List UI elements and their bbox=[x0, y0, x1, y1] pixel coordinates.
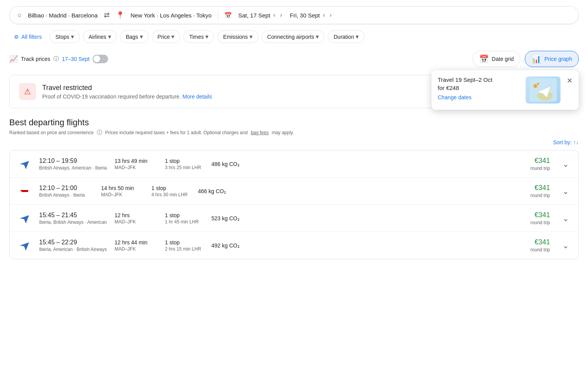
emissions-filter-button[interactable]: Emissions ▾ bbox=[217, 30, 258, 43]
price-amount: €341 bbox=[530, 238, 550, 246]
date-end-prev[interactable]: ‹ bbox=[322, 11, 327, 19]
origin-text[interactable]: Bilbao · Madrid · Barcelona bbox=[28, 12, 98, 19]
all-filters-button[interactable]: ⚙ All filters bbox=[9, 31, 46, 42]
flight-times: 15:45 – 21:45 Iberia, British Airways · … bbox=[39, 212, 107, 225]
travel-restricted-description: Proof of COVID-19 vaccination required b… bbox=[42, 93, 212, 100]
svg-point-3 bbox=[537, 83, 539, 85]
duration-label: Duration bbox=[334, 34, 354, 40]
flight-emissions: 486 kg CO₂ bbox=[211, 161, 258, 167]
airline-logo bbox=[17, 211, 31, 225]
flight-duration: 14 hrs 50 min MAD–JFK bbox=[101, 185, 144, 197]
travel-restricted-title: Travel restricted bbox=[42, 84, 212, 92]
expand-button[interactable]: ⌄ bbox=[561, 158, 571, 170]
airline-logo bbox=[17, 157, 31, 171]
flight-airlines: Iberia, American · British Airways bbox=[39, 247, 107, 252]
track-prices-toggle[interactable] bbox=[93, 55, 108, 63]
swap-icon[interactable]: ⇄ bbox=[104, 11, 110, 19]
divider bbox=[218, 10, 218, 21]
flight-emissions: 492 kg CO₂ bbox=[211, 242, 258, 249]
date-grid-button[interactable]: 📅 Date grid bbox=[473, 51, 521, 67]
track-prices-label: Track prices bbox=[21, 56, 50, 62]
duration-filter-button[interactable]: Duration ▾ bbox=[328, 30, 364, 43]
chevron-down-icon: ▾ bbox=[108, 33, 111, 40]
price-tooltip-popup: Travel 19 Sept–2 Oct for €248 Change dat… bbox=[432, 70, 579, 110]
flights-header: Best departing flights Ranked based on p… bbox=[9, 118, 579, 136]
sort-icon: ↑↓ bbox=[573, 139, 579, 145]
bags-filter-button[interactable]: Bags ▾ bbox=[120, 30, 149, 43]
sort-button[interactable]: Sort by: ↑↓ bbox=[553, 139, 579, 145]
toggle-knob bbox=[93, 55, 100, 62]
price-amount: €341 bbox=[530, 184, 550, 192]
price-amount: €341 bbox=[530, 157, 550, 165]
route-text: MAD–JFK bbox=[101, 192, 144, 197]
price-graph-icon: 📊 bbox=[531, 54, 541, 64]
date-start-next[interactable]: › bbox=[279, 11, 284, 19]
duration-text: 13 hrs 49 min bbox=[115, 158, 157, 164]
price-label: Price bbox=[158, 34, 170, 40]
connecting-airports-filter-button[interactable]: Connecting airports ▾ bbox=[261, 30, 325, 43]
route-text: MAD–JFK bbox=[115, 165, 157, 170]
calendar-icon: 📅 bbox=[224, 12, 232, 19]
warning-icon: ⚠ bbox=[24, 87, 31, 96]
table-row[interactable]: 12:10 – 21:00 British Airways · Iberia 1… bbox=[10, 178, 578, 205]
expand-button[interactable]: ⌄ bbox=[561, 185, 571, 197]
restricted-desc-text: Proof of COVID-19 vaccination required b… bbox=[42, 93, 181, 100]
svg-point-2 bbox=[533, 84, 537, 88]
price-graph-button[interactable]: 📊 Price graph bbox=[525, 51, 579, 67]
flight-price: €341 round trip bbox=[530, 157, 550, 171]
times-label: Times bbox=[189, 34, 204, 40]
emissions-text: 492 kg CO₂ bbox=[211, 242, 258, 249]
price-label: round trip bbox=[530, 193, 550, 198]
bag-fees-link[interactable]: bag fees bbox=[251, 130, 268, 135]
meta-info-icon[interactable]: ⓘ bbox=[97, 129, 102, 136]
all-filters-label: All filters bbox=[21, 34, 42, 40]
prices-text: Prices include required taxes + fees for… bbox=[105, 130, 248, 135]
table-row[interactable]: 15:45 – 21:45 Iberia, British Airways · … bbox=[10, 205, 578, 232]
flight-times: 15:45 – 22:29 Iberia, American · British… bbox=[39, 239, 107, 252]
duration-text: 12 hrs bbox=[115, 212, 157, 218]
origin-icon: ○ bbox=[17, 11, 22, 19]
times-filter-button[interactable]: Times ▾ bbox=[183, 30, 214, 43]
airlines-filter-button[interactable]: Airlines ▾ bbox=[83, 30, 117, 43]
flights-meta: Ranked based on price and convenience ⓘ … bbox=[9, 129, 579, 136]
flight-time: 12:10 – 21:00 bbox=[39, 185, 93, 192]
route-text: MAD–JFK bbox=[115, 246, 157, 252]
stops-text: 1 stop bbox=[165, 239, 204, 246]
flight-time: 15:45 – 22:29 bbox=[39, 239, 107, 246]
track-prices-icon: 📈 bbox=[9, 55, 18, 63]
stop-detail: 2 hrs 15 min LHR bbox=[165, 246, 204, 252]
date-end[interactable]: Fri, 30 Sept bbox=[290, 12, 320, 19]
price-label: round trip bbox=[530, 166, 550, 171]
date-end-nav: Fri, 30 Sept ‹ › bbox=[290, 11, 333, 19]
bags-label: Bags bbox=[126, 34, 138, 40]
emissions-label: Emissions bbox=[223, 34, 248, 40]
date-grid-icon: 📅 bbox=[479, 54, 489, 64]
track-prices-row: 📈 Track prices ⓘ 17–30 Sept 📅 Date grid … bbox=[9, 51, 579, 67]
destination-text[interactable]: New York · Los Angeles · Tokyo bbox=[131, 12, 211, 19]
flight-emissions: 523 kg CO₂ bbox=[211, 215, 258, 221]
filters-bar: ⚙ All filters Stops ▾ Airlines ▾ Bags ▾ … bbox=[9, 30, 579, 43]
date-end-next[interactable]: › bbox=[328, 11, 333, 19]
price-filter-button[interactable]: Price ▾ bbox=[152, 30, 181, 43]
date-start-prev[interactable]: ‹ bbox=[272, 11, 277, 19]
expand-button[interactable]: ⌄ bbox=[561, 239, 571, 252]
price-label: round trip bbox=[530, 247, 550, 252]
table-row[interactable]: 15:45 – 22:29 Iberia, American · British… bbox=[10, 232, 578, 259]
track-prices-dates: 17–30 Sept bbox=[62, 56, 90, 62]
airlines-label: Airlines bbox=[89, 34, 107, 40]
track-prices-info-icon[interactable]: ⓘ bbox=[53, 55, 59, 62]
expand-button[interactable]: ⌄ bbox=[561, 212, 571, 225]
warning-icon-wrap: ⚠ bbox=[19, 83, 36, 100]
tooltip-close-button[interactable]: ✕ bbox=[567, 76, 573, 85]
flight-stops: 1 stop 4 hrs 30 min LHR bbox=[151, 185, 190, 197]
table-row[interactable]: 12:10 – 19:59 British Airways, American … bbox=[10, 150, 578, 178]
more-details-link[interactable]: More details bbox=[182, 93, 212, 100]
flight-price: €341 round trip bbox=[530, 211, 550, 225]
stops-filter-button[interactable]: Stops ▾ bbox=[50, 30, 80, 43]
price-amount: €341 bbox=[530, 211, 550, 219]
stops-text: 1 stop bbox=[151, 185, 190, 191]
sort-row: Sort by: ↑↓ bbox=[9, 139, 579, 145]
date-start[interactable]: Sat, 17 Sept bbox=[238, 12, 270, 19]
change-dates-link[interactable]: Change dates bbox=[438, 94, 471, 100]
stops-text: 1 stop bbox=[165, 158, 204, 164]
